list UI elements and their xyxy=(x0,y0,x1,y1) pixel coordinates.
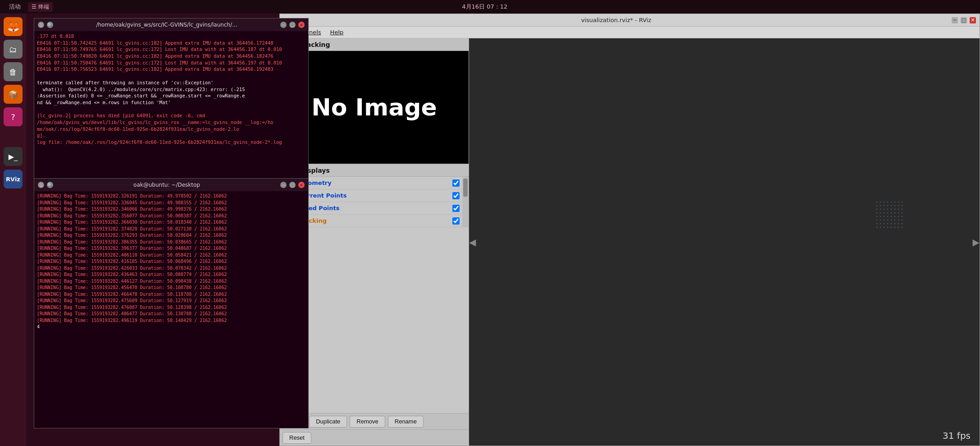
terminal2-max-btn[interactable]: □ xyxy=(289,182,296,188)
terminal2-row-2: [RUNNING] Bag Time: 1559193282.346066 Du… xyxy=(37,206,305,213)
terminal-window-2: ☰ 🔍 oak@ubuntu: ~/Desktop ─ □ ✕ [RUNNING… xyxy=(34,178,309,428)
menu-help[interactable]: Help xyxy=(330,29,344,36)
t1-line-14: g]. xyxy=(37,132,305,139)
terminal2-row-9: [RUNNING] Bag Time: 1559193282.406110 Du… xyxy=(37,252,305,259)
terminal2-icon: ☰ xyxy=(38,182,44,188)
t1-line-3: E0416 07:11:50.749820 64691 lc_gvins.cc:… xyxy=(37,53,305,60)
terminal2-row-13: [RUNNING] Bag Time: 1559193282.446127 Du… xyxy=(37,278,305,285)
terminal2-row-1: [RUNNING] Bag Time: 1559193282.336045 Du… xyxy=(37,200,305,207)
terminal2-search[interactable]: 🔍 xyxy=(47,182,53,188)
rviz-menubar: File Panels Help xyxy=(280,27,980,38)
reset-button[interactable]: Reset xyxy=(283,432,311,444)
terminal2-row-16: [RUNNING] Bag Time: 1559193282.475609 Du… xyxy=(37,298,305,304)
t1-line-2: E0416 07:11:50.749765 64691 lc_gvins.cc:… xyxy=(37,46,305,53)
odometry-label: Odometry xyxy=(299,179,451,186)
t1-line-8: what(): OpenCV(4.2.0) ../modules/core/sr… xyxy=(37,86,305,93)
terminal2-row-12: [RUNNING] Bag Time: 1559193282.436463 Du… xyxy=(37,271,305,278)
terminal2-row-4: [RUNNING] Bag Time: 1559193282.366030 Du… xyxy=(37,219,305,226)
sidebar-item-store[interactable]: 📦 xyxy=(4,85,23,104)
terminal1-titlebar: ☰ 🔍 /home/oak/gvins_ws/src/IC-GVINS/lc_g… xyxy=(34,18,308,31)
terminal1-close-btn[interactable]: ✕ xyxy=(298,22,305,28)
sidebar-item-rviz[interactable]: RViz xyxy=(4,170,23,189)
terminal2-titlebar: ☰ 🔍 oak@ubuntu: ~/Desktop ─ □ ✕ xyxy=(34,179,308,191)
current-points-label: Current Points xyxy=(299,192,451,199)
sidebar-item-firefox[interactable]: 🦊 xyxy=(4,17,23,36)
t1-line-13: me/oak/.ros/log/924cf6f8-dc60-11ed-925e-… xyxy=(37,126,305,133)
terminal2-cursor: 4 xyxy=(37,324,305,331)
terminal2-row-14: [RUNNING] Bag Time: 1559193282.456470 Du… xyxy=(37,285,305,291)
terminal1-search[interactable]: 🔍 xyxy=(47,22,53,28)
topbar: 活动 ☰ 终端 4月16日 07：12 xyxy=(0,0,980,14)
terminal-label[interactable]: ☰ 终端 xyxy=(28,2,53,12)
terminal-window-1: ☰ 🔍 /home/oak/gvins_ws/src/IC-GVINS/lc_g… xyxy=(34,18,309,180)
rviz-title: visualization.rviz* - RViz xyxy=(283,17,949,23)
terminal2-row-6: [RUNNING] Bag Time: 1559193282.376293 Du… xyxy=(37,232,305,239)
sidebar-item-files[interactable]: 🗂 xyxy=(4,40,23,59)
tracking-checkbox[interactable] xyxy=(452,217,460,225)
terminal2-row-0: [RUNNING] Bag Time: 1559193282.326191 Du… xyxy=(37,193,305,200)
displays-scrollbar[interactable] xyxy=(462,177,469,227)
t1-line-1: E0416 07:11:50.742425 64691 lc_gvins.cc:… xyxy=(37,40,305,46)
odometry-checkbox[interactable] xyxy=(452,179,460,187)
sidebar-item-trash[interactable]: 🗑 xyxy=(4,62,23,81)
terminal2-row-17: [RUNNING] Bag Time: 1559193282.476087 Du… xyxy=(37,304,305,311)
fixed-points-checkbox[interactable] xyxy=(452,205,460,212)
terminal2-row-19: [RUNNING] Bag Time: 1559193282.496119 Du… xyxy=(37,317,305,324)
terminal2-row-8: [RUNNING] Bag Time: 1559193282.396377 Du… xyxy=(37,245,305,252)
terminal2-row-3: [RUNNING] Bag Time: 1559193282.356077 Du… xyxy=(37,213,305,220)
terminal2-row-11: [RUNNING] Bag Time: 1559193282.426033 Du… xyxy=(37,265,305,272)
topbar-left: 活动 ☰ 终端 xyxy=(9,2,53,12)
rviz-max-btn[interactable]: □ xyxy=(961,17,967,23)
t1-line-5: E0416 07:11:50.756523 64691 lc_gvins.cc:… xyxy=(37,66,305,73)
left-arrow-icon[interactable]: ◀ xyxy=(469,237,476,248)
terminal1-min-btn[interactable]: ─ xyxy=(280,22,287,28)
rviz-min-btn[interactable]: ─ xyxy=(952,17,958,23)
t1-line-0: .177 dt 0.018 xyxy=(37,33,305,40)
rviz-titlebar: visualization.rviz* - RViz ─ □ ✕ xyxy=(280,14,980,27)
sidebar-item-help[interactable]: ? xyxy=(4,107,23,126)
terminal2-row-15: [RUNNING] Bag Time: 1559193282.466478 Du… xyxy=(37,291,305,298)
datetime-display: 4月16日 07：12 xyxy=(462,3,507,11)
svg-rect-1 xyxy=(876,201,903,228)
t1-blank xyxy=(37,73,305,79)
terminal2-row-5: [RUNNING] Bag Time: 1559193282.374820 Du… xyxy=(37,226,305,233)
activity-label[interactable]: 活动 xyxy=(9,3,21,11)
remove-button[interactable]: Remove xyxy=(350,416,385,428)
t1-line-12: [lc_gvins-2] process has died [pid 64091… xyxy=(37,112,305,125)
rviz-close-btn[interactable]: ✕ xyxy=(970,17,976,23)
terminal1-icon: ☰ xyxy=(38,22,44,28)
terminal1-title: /home/oak/gvins_ws/src/IC-GVINS/lc_gvins… xyxy=(56,22,278,28)
rviz-3d-view[interactable]: ◀ ▶ 31 fps xyxy=(469,38,980,446)
current-points-checkbox[interactable] xyxy=(452,192,460,199)
terminal2-close-btn[interactable]: ✕ xyxy=(298,182,305,188)
grid-dots xyxy=(876,201,903,228)
terminal2-body: [RUNNING] Bag Time: 1559193282.326191 Du… xyxy=(34,191,308,428)
rename-button[interactable]: Rename xyxy=(388,416,424,428)
terminal2-row-18: [RUNNING] Bag Time: 1559193282.486477 Du… xyxy=(37,311,305,317)
t1-line-9: :Assertion failed) 0 <= _rowRange.start … xyxy=(37,92,305,99)
duplicate-button[interactable]: Duplicate xyxy=(309,416,347,428)
fps-counter: 31 fps xyxy=(943,430,971,441)
sidebar: 🦊 🗂 🗑 📦 ? ▶_ RViz xyxy=(0,14,26,446)
t1-line-10: nd && _rowRange.end <= m.rows in functio… xyxy=(37,99,305,106)
fixed-points-label: Fixed Points xyxy=(299,205,451,212)
t1-blank2 xyxy=(37,106,305,113)
terminal1-body: .177 dt 0.018 E0416 07:11:50.742425 6469… xyxy=(34,31,308,180)
rviz-content: ▼ Tracking No Image ▼ Displays xyxy=(280,38,980,446)
terminal2-row-10: [RUNNING] Bag Time: 1559193282.416185 Du… xyxy=(37,258,305,265)
no-image-label: No Image xyxy=(311,94,437,121)
scroll-thumb[interactable] xyxy=(463,179,468,197)
t1-line-4: E0416 07:11:50.750476 64691 lc_gvins.cc:… xyxy=(37,60,305,66)
displays-reset-area: Reset xyxy=(280,429,469,446)
t1-line-15: log file: /home/oak/.ros/log/924cf6f8-dc… xyxy=(37,139,305,146)
terminal2-min-btn[interactable]: ─ xyxy=(280,182,287,188)
terminal1-max-btn[interactable]: □ xyxy=(289,22,296,28)
sidebar-item-terminal[interactable]: ▶_ xyxy=(4,147,23,166)
terminal2-row-7: [RUNNING] Bag Time: 1559193282.386355 Du… xyxy=(37,239,305,246)
rviz-window: visualization.rviz* - RViz ─ □ ✕ File Pa… xyxy=(279,14,980,446)
terminal2-title: oak@ubuntu: ~/Desktop xyxy=(56,182,278,188)
right-arrow-icon[interactable]: ▶ xyxy=(973,237,980,248)
tracking-label: Tracking xyxy=(299,217,451,224)
t1-line-7: terminate called after throwing an insta… xyxy=(37,79,305,86)
